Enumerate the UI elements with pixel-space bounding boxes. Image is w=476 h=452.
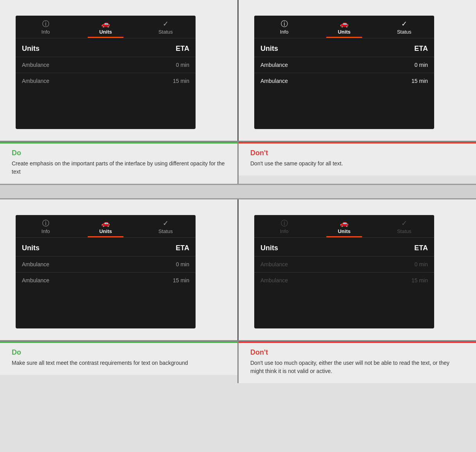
tab-units-label: Units [99,29,112,35]
units-table: Units ETA Ambulance 0 min Ambulance 15 m… [16,38,196,120]
check-icon: ✓ [163,20,169,27]
row2-unit-r: Ambulance [260,78,288,84]
tab-bar-bl: ⓘ Info 🚗 Units ✓ Status [16,215,196,238]
table-row-bl2: Ambulance 15 min [16,272,196,288]
tab-bar-right: ⓘ Info 🚗 Units ✓ Status [254,16,434,38]
bottom-left-card: ⓘ Info 🚗 Units ✓ Status Units E [16,215,196,328]
dont-text-bottom: Don't use too much opacity, either the u… [250,359,464,375]
do-title-bottom: Do [12,348,226,357]
row2-unit: Ambulance [22,78,49,84]
table-row-br1: Ambulance 0 min [254,256,434,272]
tab-info-br[interactable]: ⓘ Info [254,215,314,237]
car-icon: 🚗 [101,20,110,27]
row1-unit: Ambulance [22,62,49,68]
tab-bar-br: ⓘ Info 🚗 Units ✓ Status [254,215,434,238]
check-icon-br: ✓ [401,220,407,227]
row2-unit-bl: Ambulance [22,277,49,283]
table-row-r2: Ambulance 15 min [254,73,434,89]
dont-title-bottom: Don't [250,348,464,357]
units-table-r: Units ETA Ambulance 0 min Ambulance 15 m… [254,38,434,120]
table-header-bl: Units ETA [16,238,196,256]
tab-status[interactable]: ✓ Status [136,16,196,38]
eta-header-br: ETA [414,244,428,252]
table-row-r1: Ambulance 0 min [254,57,434,73]
eta-header-r: ETA [414,45,428,53]
row1-eta: 0 min [176,62,189,68]
eta-header-bl: ETA [176,244,189,252]
top-right-card: ⓘ Info 🚗 Units ✓ Status Units [254,16,434,129]
top-left-card: ⓘ Info 🚗 Units ✓ Status Units [16,16,196,129]
row1-unit-bl: Ambulance [22,261,49,267]
eta-header: ETA [176,45,189,53]
row2-eta-r: 15 min [411,78,428,84]
tab-units[interactable]: 🚗 Units [75,16,135,38]
tab-units-bl[interactable]: 🚗 Units [75,215,135,237]
units-table-bl: Units ETA Ambulance 0 min Ambulance 15 m… [16,238,196,319]
car-icon-r: 🚗 [340,20,348,27]
tab-status-label-br: Status [397,228,411,234]
tab-bar: ⓘ Info 🚗 Units ✓ Status [16,16,196,38]
row2-eta-bl: 15 min [173,277,189,283]
row1-unit-br: Ambulance [260,261,288,267]
row2-unit-br: Ambulance [260,277,288,283]
do-text-top: Create emphasis on the important parts o… [12,160,226,176]
tab-status-label-r: Status [397,29,411,35]
do-label-top: Do Create emphasis on the important part… [0,143,237,184]
do-text-bottom: Make sure all text meet the contrast req… [12,359,226,367]
tab-info-r[interactable]: ⓘ Info [254,16,314,38]
tab-status-bl[interactable]: ✓ Status [136,215,196,237]
row1-eta-bl: 0 min [176,261,189,267]
bottom-right-card: ⓘ Info 🚗 Units ✓ Status Units E [254,215,434,328]
tab-status-br[interactable]: ✓ Status [374,215,434,237]
dont-label-bottom: Don't Don't use too much opacity, either… [239,343,476,383]
car-icon-bl: 🚗 [101,220,110,227]
table-header-br: Units ETA [254,238,434,256]
table-row-bl1: Ambulance 0 min [16,256,196,272]
info-icon: ⓘ [42,20,49,27]
tab-status-label-bl: Status [158,228,173,234]
tab-units-br[interactable]: 🚗 Units [314,215,374,237]
units-header-br: Units [260,244,278,252]
tab-units-r[interactable]: 🚗 Units [314,16,374,38]
tab-units-label-br: Units [338,228,351,234]
table-row-br2: Ambulance 15 min [254,272,434,288]
check-icon-r: ✓ [401,20,407,27]
row2-eta: 15 min [173,78,189,84]
table-header: Units ETA [16,38,196,57]
check-icon-bl: ✓ [163,220,169,227]
row1-eta-r: 0 min [415,62,428,68]
tab-units-label-bl: Units [99,228,112,234]
dont-text-top: Don't use the same opacity for all text. [250,160,464,168]
table-row: Ambulance 15 min [16,73,196,89]
units-header-bl: Units [22,244,40,252]
tab-info-label-r: Info [280,29,289,35]
row2-eta-br: 15 min [411,277,428,283]
table-row: Ambulance 0 min [16,57,196,73]
info-icon-r: ⓘ [281,20,288,27]
tab-status-r[interactable]: ✓ Status [374,16,434,38]
tab-info[interactable]: ⓘ Info [16,16,75,38]
table-header-r: Units ETA [254,38,434,57]
tab-info-bl[interactable]: ⓘ Info [16,215,75,237]
dont-title-top: Don't [250,149,464,157]
info-icon-br: ⓘ [281,220,288,227]
row1-eta-br: 0 min [415,261,428,267]
tab-info-label-br: Info [280,228,289,234]
units-header: Units [22,45,40,53]
tab-status-label: Status [158,29,173,35]
do-label-bottom: Do Make sure all text meet the contrast … [0,343,237,375]
do-title-top: Do [12,149,226,157]
dont-label-top: Don't Don't use the same opacity for all… [239,143,476,176]
tab-info-label: Info [41,29,50,35]
row1-unit-r: Ambulance [260,62,288,68]
tab-info-label-bl: Info [41,228,50,234]
info-icon-bl: ⓘ [42,220,49,227]
tab-units-label-r: Units [338,29,351,35]
units-header-r: Units [260,45,278,53]
car-icon-br: 🚗 [340,220,348,227]
units-table-br: Units ETA Ambulance 0 min Ambulance 15 m… [254,238,434,319]
